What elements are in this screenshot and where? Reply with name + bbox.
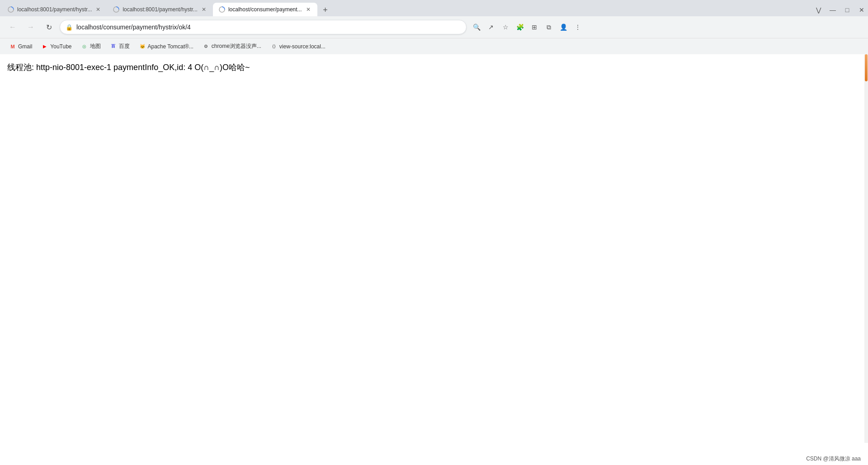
search-icon-button[interactable]: 🔍: [470, 21, 483, 33]
address-bar-actions: 🔍 ↗ ☆ 🧩 ⊞ ⧉ 👤 ⋮: [470, 21, 584, 33]
address-bar[interactable]: 🔒 localhost/consumer/payment/hystrix/ok/…: [60, 20, 467, 34]
bookmark-baidu-label: 百度: [119, 42, 130, 50]
bookmark-tomcat-label: Apache Tomcat®...: [148, 43, 193, 50]
extensions-button[interactable]: 🧩: [514, 21, 526, 33]
scrollbar-thumb[interactable]: [865, 54, 868, 81]
tomcat-favicon: 🐱: [139, 43, 146, 50]
tab-2-close-button[interactable]: ✕: [200, 6, 208, 13]
bookmark-gmail[interactable]: M Gmail: [5, 41, 36, 52]
search-icon: 🔍: [473, 23, 481, 31]
bookmark-star-icon: ☆: [503, 23, 509, 31]
reload-icon: ↻: [46, 23, 52, 32]
maps-favicon: ◎: [81, 43, 88, 50]
bookmark-maps[interactable]: ◎ 地图: [77, 41, 104, 52]
extensions-icon: 🧩: [516, 23, 524, 31]
back-icon: ←: [9, 23, 16, 31]
tab-3-close-button[interactable]: ✕: [305, 6, 312, 13]
bookmarks-bar: M Gmail ▶ YouTube ◎ 地图 百 百度 🐱 Apache Tom…: [0, 38, 868, 54]
bookmark-view-source[interactable]: ⟨⟩ view-source:local...: [267, 41, 329, 52]
youtube-favicon: ▶: [41, 43, 48, 50]
bookmark-youtube[interactable]: ▶ YouTube: [38, 41, 75, 52]
window-controls: ⋁ — □ ✕: [812, 4, 868, 16]
share-icon: ↗: [488, 23, 494, 31]
bookmark-chrome-settings[interactable]: ⚙ chrome浏览器没声...: [199, 41, 265, 52]
lock-icon: 🔒: [66, 24, 73, 31]
split-icon: ⧉: [547, 23, 551, 31]
new-tab-button[interactable]: +: [319, 4, 332, 16]
page-content: 线程池: http-nio-8001-exec-1 paymentInfo_OK…: [0, 54, 868, 452]
tab-1-favicon: [7, 6, 14, 13]
page-text: 线程池: http-nio-8001-exec-1 paymentInfo_OK…: [7, 61, 861, 74]
tab-3-title: localhost/consumer/payment...: [228, 6, 302, 13]
browser-chrome: localhost:8001/payment/hystr... ✕ localh…: [0, 0, 868, 452]
tab-manager-icon: ⊞: [532, 23, 537, 31]
tab-menu-button[interactable]: ⋁: [812, 4, 825, 16]
view-source-favicon: ⟨⟩: [270, 43, 278, 50]
address-bar-row: ← → ↻ 🔒 localhost/consumer/payment/hystr…: [0, 16, 868, 38]
baidu-favicon: 百: [110, 43, 117, 50]
tab-1-title: localhost:8001/payment/hystr...: [17, 6, 92, 13]
tab-3-favicon: [218, 6, 226, 13]
bookmark-gmail-label: Gmail: [18, 43, 32, 50]
bookmark-button[interactable]: ☆: [499, 21, 512, 33]
tabs-bar: localhost:8001/payment/hystr... ✕ localh…: [0, 0, 868, 16]
menu-icon: ⋮: [575, 23, 581, 31]
bookmark-youtube-label: YouTube: [50, 43, 71, 50]
bookmark-maps-label: 地图: [90, 42, 101, 50]
minimize-button[interactable]: —: [826, 4, 839, 16]
bookmark-chrome-settings-label: chrome浏览器没声...: [212, 42, 261, 50]
forward-icon: →: [27, 23, 34, 31]
account-icon: 👤: [560, 23, 567, 31]
forward-button[interactable]: →: [24, 20, 38, 34]
tab-2[interactable]: localhost:8001/payment/hystr... ✕: [107, 3, 212, 16]
split-button[interactable]: ⧉: [542, 21, 555, 33]
chrome-menu-button[interactable]: ⋮: [571, 21, 584, 33]
maximize-button[interactable]: □: [841, 4, 854, 16]
back-button[interactable]: ←: [5, 20, 20, 34]
bookmark-baidu[interactable]: 百 百度: [106, 41, 133, 52]
scrollbar-track[interactable]: [864, 54, 868, 443]
share-button[interactable]: ↗: [485, 21, 497, 33]
tab-2-favicon: [113, 6, 120, 13]
bookmark-view-source-label: view-source:local...: [279, 43, 326, 50]
tab-1-close-button[interactable]: ✕: [94, 6, 102, 13]
tab-2-title: localhost:8001/payment/hystr...: [123, 6, 197, 13]
address-text: localhost/consumer/payment/hystrix/ok/4: [76, 23, 461, 31]
close-button[interactable]: ✕: [855, 4, 868, 16]
tab-manager-button[interactable]: ⊞: [528, 21, 541, 33]
tab-3[interactable]: localhost/consumer/payment... ✕: [213, 3, 317, 16]
gmail-favicon: M: [9, 43, 16, 50]
chrome-settings-favicon: ⚙: [203, 43, 210, 50]
bookmark-tomcat[interactable]: 🐱 Apache Tomcat®...: [135, 41, 197, 52]
reload-button[interactable]: ↻: [42, 20, 56, 34]
account-button[interactable]: 👤: [557, 21, 570, 33]
tab-1[interactable]: localhost:8001/payment/hystr... ✕: [2, 3, 107, 16]
